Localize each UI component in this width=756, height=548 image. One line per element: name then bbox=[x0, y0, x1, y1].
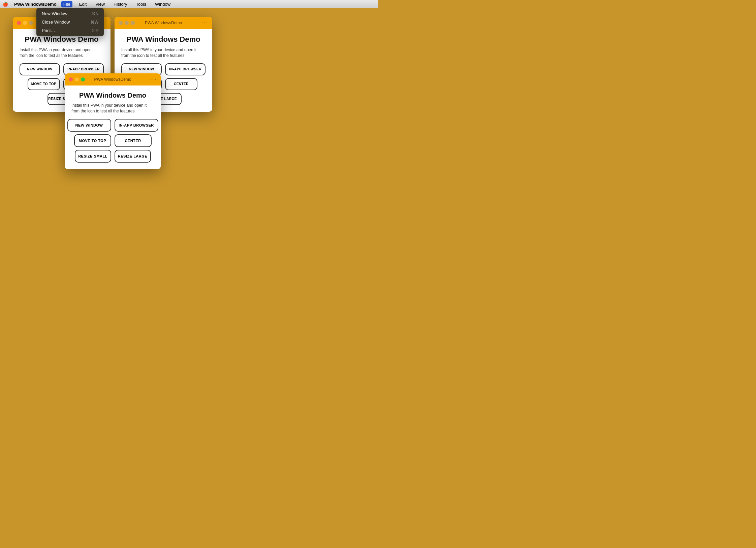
menu-new-window[interactable]: New Window ⌘N bbox=[36, 9, 104, 18]
button-grid-3: NEW WINDOW IN-APP BROWSER MOVE TO TOP CE… bbox=[71, 119, 154, 163]
app-heading-2: PWA Windows Demo bbox=[121, 35, 206, 44]
traffic-lights-2 bbox=[119, 21, 135, 25]
traffic-lights-1 bbox=[17, 21, 33, 25]
move-to-top-btn-3[interactable]: MOVE TO TOP bbox=[74, 134, 111, 147]
window-content-3: PWA Windows Demo Install this PWA in you… bbox=[65, 85, 161, 169]
menu-close-window[interactable]: Close Window ⌘W bbox=[36, 18, 104, 26]
new-window-shortcut: ⌘N bbox=[91, 11, 98, 16]
close-window-label: Close Window bbox=[42, 20, 70, 25]
app-desc-1: Install this PWA in your device and open… bbox=[20, 47, 104, 59]
minimize-button-1[interactable] bbox=[23, 21, 27, 25]
close-button-3[interactable] bbox=[69, 77, 73, 81]
minimize-button-2[interactable] bbox=[125, 21, 129, 25]
menu-edit[interactable]: Edit bbox=[77, 1, 89, 7]
window-title-3: PWA WindowsDemo bbox=[94, 77, 131, 82]
app-desc-3: Install this PWA in your device and open… bbox=[71, 103, 154, 114]
new-window-btn-1[interactable]: NEW WINDOW bbox=[20, 63, 60, 75]
close-button-2[interactable] bbox=[119, 21, 123, 25]
print-label: Print… bbox=[42, 28, 55, 33]
menu-print[interactable]: Print… ⌘P bbox=[36, 26, 104, 35]
pwa-window-3: PWA WindowsDemo ··· PWA Windows Demo Ins… bbox=[65, 73, 161, 169]
menubar: 🍎 PWA WindowsDemo File Edit View History… bbox=[0, 0, 378, 8]
new-window-btn-3[interactable]: NEW WINDOW bbox=[67, 119, 111, 132]
minimize-button-3[interactable] bbox=[75, 77, 79, 81]
titlebar-2: PWA WindowsDemo ··· bbox=[115, 17, 212, 29]
menu-window[interactable]: Window bbox=[153, 1, 172, 7]
close-window-shortcut: ⌘W bbox=[91, 20, 98, 25]
close-button-1[interactable] bbox=[17, 21, 21, 25]
traffic-lights-3 bbox=[69, 77, 85, 81]
move-to-top-btn-1[interactable]: MOVE TO TOP bbox=[28, 78, 60, 90]
resize-small-btn-3[interactable]: RESIZE SMALL bbox=[75, 150, 111, 163]
window-dots-2[interactable]: ··· bbox=[202, 20, 208, 26]
app-name: PWA WindowsDemo bbox=[14, 2, 57, 7]
app-desc-2: Install this PWA in your device and open… bbox=[121, 47, 206, 59]
new-window-label: New Window bbox=[42, 11, 67, 16]
titlebar-3: PWA WindowsDemo ··· bbox=[65, 73, 161, 85]
btn-row-3-1: NEW WINDOW IN-APP BROWSER bbox=[67, 119, 158, 132]
btn-row-3-3: RESIZE SMALL RESIZE LARGE bbox=[75, 150, 151, 163]
menu-history[interactable]: History bbox=[112, 1, 129, 7]
menu-tools[interactable]: Tools bbox=[134, 1, 148, 7]
zoom-button-1[interactable] bbox=[29, 21, 33, 25]
center-btn-3[interactable]: CENTER bbox=[115, 134, 152, 147]
file-dropdown-menu: New Window ⌘N Close Window ⌘W Print… ⌘P bbox=[36, 8, 104, 36]
menu-file[interactable]: File bbox=[61, 1, 72, 7]
app-heading-1: PWA Windows Demo bbox=[20, 35, 104, 44]
app-heading-3: PWA Windows Demo bbox=[71, 92, 154, 99]
resize-large-btn-3[interactable]: RESIZE LARGE bbox=[115, 150, 151, 163]
print-shortcut: ⌘P bbox=[92, 28, 98, 33]
window-title-2: PWA WindowsDemo bbox=[145, 21, 182, 25]
apple-menu-icon[interactable]: 🍎 bbox=[3, 2, 8, 7]
in-app-browser-btn-2[interactable]: IN-APP BROWSER bbox=[165, 63, 206, 75]
zoom-button-2[interactable] bbox=[131, 21, 135, 25]
center-btn-2[interactable]: CENTER bbox=[165, 78, 197, 90]
menu-view[interactable]: View bbox=[93, 1, 107, 7]
zoom-button-3[interactable] bbox=[81, 77, 85, 81]
btn-row-3-2: MOVE TO TOP CENTER bbox=[74, 134, 152, 147]
in-app-browser-btn-3[interactable]: IN-APP BROWSER bbox=[115, 119, 158, 132]
window-dots-3[interactable]: ··· bbox=[150, 76, 157, 82]
